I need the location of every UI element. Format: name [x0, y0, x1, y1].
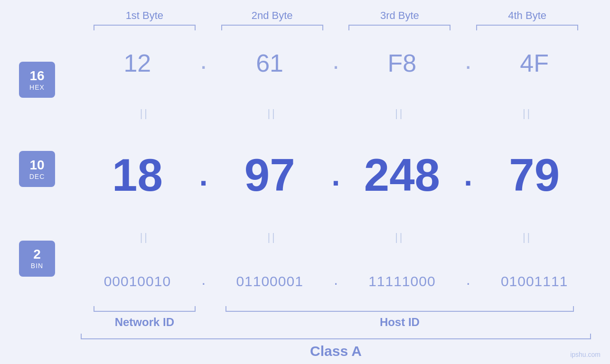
watermark: ipshu.com	[570, 351, 601, 358]
bracket-top-1	[94, 25, 196, 30]
hex-sep-2: .	[327, 53, 346, 73]
bin-val-4: 01001111	[478, 273, 591, 289]
dec-val-2: 97	[213, 149, 327, 201]
hex-sep-1: .	[194, 53, 213, 73]
dec-num: 10	[29, 158, 44, 173]
byte-label-1: 1st Byte	[81, 9, 208, 25]
class-a-label: Class A	[81, 343, 591, 359]
dec-row: 18 . 97 . 248 . 79	[81, 149, 591, 201]
bracket-cell-1	[81, 25, 208, 30]
hex-name: HEX	[29, 84, 45, 91]
byte-label-2: 2nd Byte	[208, 9, 336, 25]
bin-num: 2	[33, 247, 41, 262]
dbl-bar-1-1: ||	[81, 107, 208, 120]
top-brackets-row	[19, 25, 591, 30]
class-a-bracket-row	[81, 334, 591, 339]
bracket-top-3	[348, 25, 450, 30]
main-grid: 12 . 61 . F8 . 4F || || || || 18 . 97 .	[81, 35, 591, 303]
bin-sep-2: .	[327, 275, 346, 288]
bin-val-1: 00010010	[81, 273, 194, 289]
bracket-cell-2	[208, 25, 336, 30]
bin-val-2: 01100001	[213, 273, 327, 289]
host-id-bracket	[225, 306, 574, 312]
dec-sep-2: .	[327, 158, 346, 193]
network-id-bracket-cell	[81, 306, 208, 312]
dec-val-4: 79	[478, 149, 591, 201]
hex-badge: 16 HEX	[19, 62, 55, 98]
network-id-label: Network ID	[81, 316, 208, 329]
hex-sep-3: .	[459, 53, 478, 73]
dbl-bar-row-1: || || || ||	[81, 105, 591, 121]
hex-val-1: 12	[81, 49, 194, 77]
byte-label-3: 3rd Byte	[336, 9, 464, 25]
bracket-cell-3	[336, 25, 464, 30]
main-container: 1st Byte 2nd Byte 3rd Byte 4th Byte 16 H…	[0, 0, 610, 364]
network-id-bracket	[94, 306, 196, 312]
dec-val-3: 248	[346, 149, 459, 201]
host-id-bracket-area	[208, 306, 591, 312]
host-id-label: Host ID	[208, 316, 591, 329]
hex-val-3: F8	[346, 49, 459, 77]
dbl-bar-2-4: ||	[463, 231, 591, 243]
dec-badge: 10 DEC	[19, 151, 55, 187]
class-a-section: Class A	[19, 334, 591, 359]
bracket-top-2	[221, 25, 323, 30]
hex-num: 16	[29, 69, 44, 84]
id-brackets-row	[81, 306, 591, 312]
hex-val-4: 4F	[478, 49, 591, 77]
dbl-bar-2-2: ||	[208, 231, 336, 243]
base-labels-col: 16 HEX 10 DEC 2 BIN	[19, 35, 81, 303]
byte-label-4: 4th Byte	[463, 9, 591, 25]
dbl-bar-1-3: ||	[336, 107, 464, 120]
bracket-top-4	[476, 25, 578, 30]
bottom-section: Network ID Host ID	[19, 306, 591, 329]
bin-sep-1: .	[194, 275, 213, 288]
dbl-bar-1-2: ||	[208, 107, 336, 120]
bin-sep-3: .	[459, 275, 478, 288]
byte-labels-row: 1st Byte 2nd Byte 3rd Byte 4th Byte	[19, 9, 591, 25]
dec-sep-3: .	[459, 158, 478, 193]
class-a-bracket	[81, 334, 591, 339]
bin-row: 00010010 . 01100001 . 11111000 . 0100111…	[81, 273, 591, 289]
dec-sep-1: .	[194, 158, 213, 193]
dbl-bar-row-2: || || || ||	[81, 229, 591, 245]
bin-name: BIN	[31, 262, 43, 270]
bin-badge: 2 BIN	[19, 241, 55, 277]
dbl-bar-2-1: ||	[81, 231, 208, 243]
hex-val-2: 61	[213, 49, 327, 77]
hex-row: 12 . 61 . F8 . 4F	[81, 49, 591, 77]
dec-val-1: 18	[81, 149, 194, 201]
dec-name: DEC	[29, 173, 45, 180]
bracket-cell-4	[463, 25, 591, 30]
bin-val-3: 11111000	[346, 273, 459, 289]
data-section: 16 HEX 10 DEC 2 BIN 12 . 61 . F8 . 4F	[19, 35, 591, 303]
id-labels-row: Network ID Host ID	[81, 316, 591, 329]
dbl-bar-1-4: ||	[463, 107, 591, 120]
dbl-bar-2-3: ||	[336, 231, 464, 243]
